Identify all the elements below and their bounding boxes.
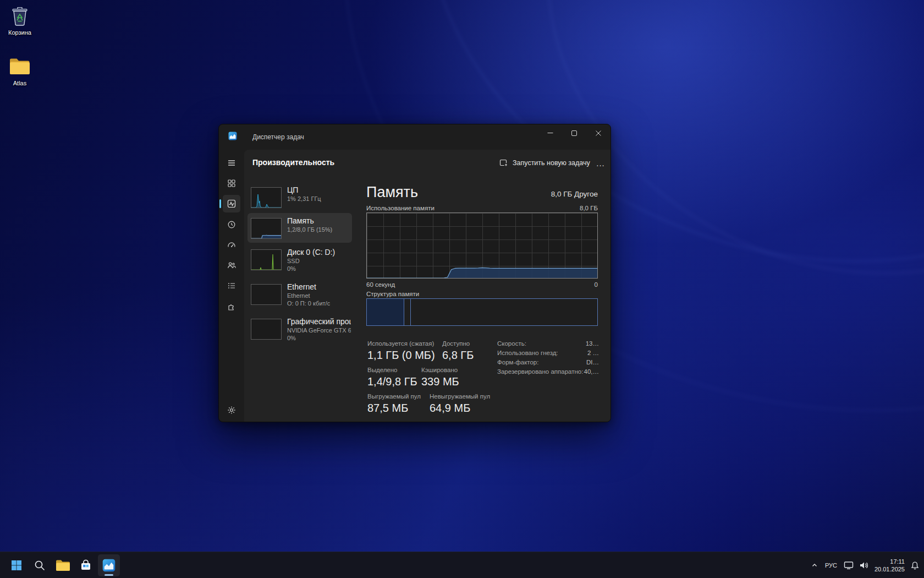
stat-value: 1,1 ГБ (0 МБ) xyxy=(367,349,435,362)
close-button[interactable] xyxy=(586,124,610,141)
memory-usage-graph xyxy=(366,212,598,279)
task-manager-app-icon xyxy=(228,132,237,143)
perf-item-cpu[interactable]: ЦП 1% 2,31 ГГц xyxy=(248,182,352,212)
nav-menu-button[interactable] xyxy=(223,154,240,172)
perf-item-detail2: О: 0 П: 0 кбит/с xyxy=(287,300,330,307)
stat-value: 64,9 МБ xyxy=(430,402,470,415)
file-explorer-button[interactable] xyxy=(52,554,74,576)
page-title: Производительность xyxy=(252,158,334,167)
perf-item-memory[interactable]: Память 1,2/8,0 ГБ (15%) xyxy=(248,213,352,243)
language-indicator[interactable]: РУС xyxy=(824,562,838,569)
active-app-indicator xyxy=(105,574,113,576)
nav-startup-apps[interactable] xyxy=(223,236,240,254)
start-button[interactable] xyxy=(6,554,28,576)
nav-processes[interactable] xyxy=(223,175,240,192)
maximize-button[interactable] xyxy=(562,124,586,141)
task-manager-taskbar-button[interactable] xyxy=(98,554,120,576)
desktop-icon-atlas[interactable]: Atlas xyxy=(0,55,40,86)
nav-details[interactable] xyxy=(223,277,240,295)
axis-label-left: 60 секунд xyxy=(366,281,395,288)
usage-chart-label: Использование памяти xyxy=(366,205,435,211)
run-new-task-button[interactable]: Запустить новую задачу xyxy=(496,156,593,170)
disk-mini-chart xyxy=(251,249,282,270)
processes-icon xyxy=(227,179,236,188)
detail-value: 40,… xyxy=(584,368,600,375)
perf-item-detail: Ethernet xyxy=(287,292,330,299)
nav-services[interactable] xyxy=(223,298,240,315)
stat-value: 87,5 МБ xyxy=(367,402,408,415)
settings-gear-icon xyxy=(227,406,236,415)
stat-label: Используется (сжатая) xyxy=(367,340,434,347)
task-manager-window: Диспетчер задач xyxy=(218,124,611,422)
tray-chevron-up-icon[interactable] xyxy=(811,561,818,569)
perf-item-disk[interactable]: Диск 0 (C: D:) SSD 0% xyxy=(248,244,352,277)
desktop-icon-label: Atlas xyxy=(0,80,40,86)
stat-label: Выделено xyxy=(367,367,398,373)
stat-label: Кэшировано xyxy=(421,367,458,373)
hamburger-icon xyxy=(227,159,236,167)
nav-performance[interactable] xyxy=(223,195,240,212)
run-new-task-label: Запустить новую задачу xyxy=(513,159,590,167)
more-options-button[interactable]: ... xyxy=(593,156,608,170)
folder-icon xyxy=(0,55,40,78)
perf-item-detail: 1% 2,31 ГГц xyxy=(287,195,321,202)
history-clock-icon xyxy=(227,220,236,229)
memory-mini-chart xyxy=(251,218,282,239)
taskbar: РУС 17:11 20.01.2025 xyxy=(0,552,924,578)
file-explorer-icon xyxy=(56,559,70,571)
store-button[interactable] xyxy=(75,554,97,576)
selected-indicator xyxy=(219,199,221,208)
stat-value: 6,8 ГБ xyxy=(442,349,474,362)
nav-app-history[interactable] xyxy=(223,216,240,233)
composition-segment-in-use xyxy=(367,299,404,325)
perf-item-gpu[interactable]: Графический процессор NVIDIA GeForce GTX… xyxy=(248,314,352,347)
clock[interactable]: 17:11 20.01.2025 xyxy=(875,558,905,573)
desktop-icon-label: Корзина xyxy=(0,29,40,36)
stat-value: 339 МБ xyxy=(421,375,459,388)
search-button[interactable] xyxy=(29,554,51,576)
perf-item-detail2: 0% xyxy=(287,265,335,272)
composition-segment-modified xyxy=(404,299,411,325)
memory-total: 8,0 ГБ Другое xyxy=(366,190,598,198)
cpu-mini-chart xyxy=(251,187,282,208)
windows-logo-icon xyxy=(10,559,23,572)
perf-item-name: Ethernet xyxy=(287,282,330,291)
detail-value: 2 … xyxy=(587,350,599,356)
nav-users[interactable] xyxy=(223,257,240,274)
perf-item-name: ЦП xyxy=(287,186,321,194)
task-manager-icon xyxy=(102,559,116,572)
search-icon xyxy=(34,559,46,571)
detail-label: Форм-фактор: xyxy=(497,359,538,366)
minimize-button[interactable] xyxy=(538,124,562,141)
window-title: Диспетчер задач xyxy=(252,133,304,141)
stat-label: Выгружаемый пул xyxy=(367,393,421,400)
titlebar[interactable]: Диспетчер задач xyxy=(219,124,610,150)
perf-item-name: Память xyxy=(287,216,332,225)
perf-item-name: Диск 0 (C: D:) xyxy=(287,248,335,257)
memory-composition-bar[interactable] xyxy=(366,298,598,326)
startup-gauge-icon xyxy=(227,241,236,249)
store-icon xyxy=(79,559,92,572)
perf-item-ethernet[interactable]: Ethernet Ethernet О: 0 П: 0 кбит/с xyxy=(248,279,352,312)
services-puzzle-icon xyxy=(227,302,236,311)
nav-settings[interactable] xyxy=(223,401,240,419)
perf-item-detail: NVIDIA GeForce GTX 660 xyxy=(287,327,351,334)
desktop-icon-recycle-bin[interactable]: Корзина xyxy=(0,4,40,36)
details-list-icon xyxy=(227,281,236,290)
axis-label-right: 0 xyxy=(595,281,598,288)
detail-label: Использовано гнезд: xyxy=(497,350,558,356)
tray-display-icon[interactable] xyxy=(844,561,854,570)
users-icon xyxy=(227,261,236,270)
composition-segment-standby-free xyxy=(411,299,597,325)
tray-volume-icon[interactable] xyxy=(859,561,869,570)
stat-label: Доступно xyxy=(442,340,470,347)
new-task-icon xyxy=(499,159,508,167)
clock-time: 17:11 xyxy=(875,558,905,565)
perf-item-detail: 1,2/8,0 ГБ (15%) xyxy=(287,226,332,233)
detail-label: Зарезервировано аппаратно: xyxy=(497,368,583,375)
ethernet-mini-chart xyxy=(251,284,282,305)
notification-bell-icon[interactable] xyxy=(910,561,920,570)
detail-value: DI… xyxy=(586,359,599,366)
performance-icon xyxy=(227,199,236,208)
composition-label: Структура памяти xyxy=(366,291,419,297)
